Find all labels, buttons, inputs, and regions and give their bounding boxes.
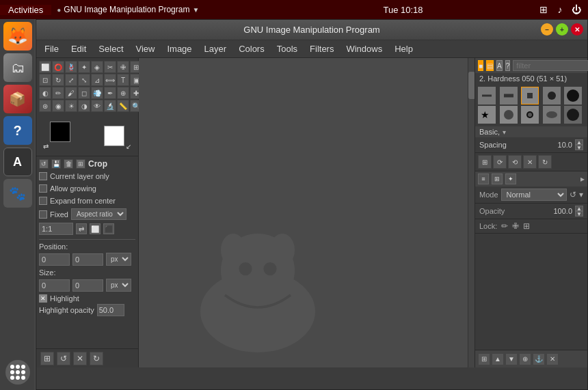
activities-button[interactable]: Activities: [0, 5, 51, 15]
tool-perspective-clone[interactable]: ⊛: [39, 100, 51, 112]
anchor-layer-btn[interactable]: ⚓: [533, 353, 545, 365]
tool-pencil[interactable]: ✏: [52, 87, 64, 99]
brush-cell[interactable]: [478, 87, 496, 105]
dock-font[interactable]: A: [3, 148, 32, 176]
tool-fuzzy-select[interactable]: ✦: [78, 61, 90, 73]
canvas-vscrollbar[interactable]: [468, 58, 475, 367]
menu-layer[interactable]: Layer: [199, 42, 232, 55]
volume-icon[interactable]: ♪: [554, 3, 566, 16]
dock-software[interactable]: 📦: [3, 85, 32, 113]
lock-all-btn[interactable]: ⊞: [523, 221, 530, 231]
brush-cell[interactable]: [500, 87, 518, 105]
brush-category[interactable]: Basic, ▾: [475, 126, 587, 137]
tool-free-select[interactable]: 🪢: [65, 61, 77, 73]
lock-position-btn[interactable]: ✙: [512, 221, 519, 231]
brush-cell[interactable]: [543, 106, 561, 124]
brush-cell[interactable]: [521, 106, 539, 124]
delete-btn[interactable]: ✕: [73, 352, 87, 365]
delete-layer-btn[interactable]: ✕: [546, 353, 559, 365]
channels-icon[interactable]: ⊞: [492, 173, 503, 184]
minimize-button[interactable]: –: [541, 23, 553, 36]
brush-flip-v-btn[interactable]: ⟳: [493, 155, 507, 169]
paths-icon[interactable]: ✦: [505, 173, 516, 184]
pos-y-input[interactable]: [72, 253, 103, 266]
size-unit-select[interactable]: px: [106, 279, 131, 292]
maximize-button[interactable]: +: [556, 23, 568, 36]
tool-ink[interactable]: ✒: [104, 87, 116, 99]
brush-cell[interactable]: [543, 87, 561, 105]
tool-rotate[interactable]: ↻: [52, 74, 64, 86]
opacity-down[interactable]: ▼: [575, 211, 583, 217]
brush-cell[interactable]: [564, 106, 582, 124]
pos-x-input[interactable]: [39, 253, 70, 266]
brush-cell[interactable]: [564, 87, 582, 105]
brush-cell[interactable]: ★: [478, 106, 496, 124]
menu-view[interactable]: View: [131, 42, 161, 55]
new-image-btn[interactable]: ⊞: [40, 352, 54, 365]
lower-layer-btn[interactable]: ▼: [505, 353, 518, 365]
brush-cell[interactable]: [500, 106, 518, 124]
menu-filters[interactable]: Filters: [304, 42, 339, 55]
ratio-portrait-btn[interactable]: ⬛: [103, 223, 114, 234]
brush-delete-btn[interactable]: ✕: [523, 155, 537, 169]
tool-select-by-color[interactable]: ◈: [91, 61, 103, 73]
current-layer-checkbox[interactable]: [39, 172, 47, 180]
tool-clone[interactable]: ⊕: [117, 87, 129, 99]
brush-refresh-btn[interactable]: ↻: [538, 155, 552, 169]
expand-center-checkbox[interactable]: [39, 197, 47, 205]
menu-file[interactable]: File: [39, 42, 64, 55]
tool-desaturate[interactable]: ◑: [78, 100, 90, 112]
mode-arrow[interactable]: ▾: [579, 190, 583, 199]
tool-blend[interactable]: ◐: [39, 87, 51, 99]
tool-paintbrush[interactable]: 🖌: [65, 87, 77, 99]
dock-files[interactable]: 🗂: [3, 53, 32, 82]
tool-scale[interactable]: ⤢: [65, 74, 77, 86]
size-y-input[interactable]: [72, 279, 103, 292]
brush-filter-input[interactable]: [513, 60, 588, 71]
tool-shear[interactable]: ⤡: [78, 74, 90, 86]
dock-gimp[interactable]: 🐾: [3, 179, 32, 208]
delete-tool-icon[interactable]: 🗑: [64, 159, 73, 169]
spacing-down[interactable]: ▼: [575, 145, 583, 150]
tool-color-picker[interactable]: 🔬: [104, 100, 116, 112]
show-apps-button[interactable]: [5, 360, 30, 385]
reset-tool-icon[interactable]: ↺: [39, 159, 49, 169]
mode-select[interactable]: Normal: [501, 189, 567, 201]
mode-reset-btn[interactable]: ↺: [570, 190, 576, 199]
tool-move[interactable]: ✙: [117, 61, 129, 73]
ratio-input[interactable]: [39, 223, 73, 235]
tool-red-eye[interactable]: 👁: [91, 100, 103, 112]
menu-tools[interactable]: Tools: [271, 42, 303, 55]
brush-cell-selected[interactable]: [521, 87, 539, 105]
new-layer-btn[interactable]: ⊞: [478, 353, 490, 365]
panel-arrow[interactable]: ▸: [580, 174, 585, 184]
opacity-spinner[interactable]: ▲ ▼: [575, 206, 583, 217]
brush-type-font[interactable]: A: [496, 60, 503, 71]
menu-select[interactable]: Select: [93, 42, 129, 55]
tool-text[interactable]: T: [117, 74, 129, 86]
highlight-opacity-input[interactable]: [97, 304, 124, 316]
layers-icon[interactable]: ≡: [478, 173, 489, 184]
foreground-color[interactable]: [50, 122, 70, 142]
view-icon[interactable]: ⊞: [76, 159, 85, 169]
ratio-landscape-btn[interactable]: ⬜: [90, 223, 101, 234]
background-color[interactable]: [104, 126, 124, 146]
raise-layer-btn[interactable]: ▲: [492, 353, 504, 365]
tool-airbrush[interactable]: 💨: [91, 87, 103, 99]
brush-help[interactable]: ?: [505, 60, 511, 71]
tool-perspective[interactable]: ⊿: [91, 74, 103, 86]
menu-colors[interactable]: Colors: [233, 42, 270, 55]
tool-measure[interactable]: 📏: [117, 100, 129, 112]
swap-colors[interactable]: ⇄: [43, 143, 49, 150]
lock-pixels-btn[interactable]: ✏: [501, 221, 508, 231]
canvas-area[interactable]: [139, 58, 475, 367]
menu-windows[interactable]: Windows: [340, 42, 388, 55]
reset-colors[interactable]: ↙: [126, 143, 131, 150]
vscroll-thumb[interactable]: [468, 72, 475, 99]
allow-growing-checkbox[interactable]: [39, 184, 47, 193]
tool-crop[interactable]: ⊡: [39, 74, 51, 86]
power-icon[interactable]: ⏻: [570, 3, 583, 16]
tool-flip[interactable]: ⟺: [104, 74, 116, 86]
dock-firefox[interactable]: 🦊: [3, 22, 32, 51]
brush-save-btn[interactable]: ⊞: [478, 155, 492, 169]
